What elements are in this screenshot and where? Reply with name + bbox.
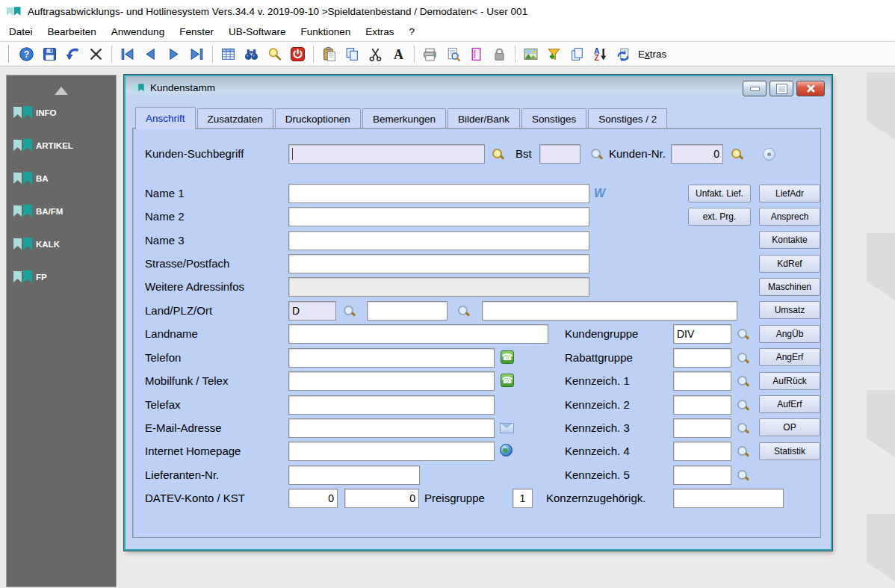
kennzeich5-search-icon[interactable] bbox=[737, 469, 749, 482]
angueb-button[interactable]: AngÜb bbox=[759, 325, 820, 343]
paste-icon[interactable] bbox=[320, 45, 338, 64]
auferf-button[interactable]: AufErf bbox=[759, 395, 820, 413]
kennzeich2-input[interactable] bbox=[673, 395, 731, 415]
tab-bilder-bank[interactable]: Bilder/Bank bbox=[448, 108, 520, 129]
sort-az-icon[interactable]: AZ bbox=[591, 45, 610, 64]
telefon-dial-icon[interactable] bbox=[501, 350, 514, 364]
kennzeich3-search-icon[interactable] bbox=[737, 422, 749, 435]
sidebar-item-kalk[interactable]: KALK bbox=[13, 238, 60, 250]
nav-next-icon[interactable] bbox=[164, 45, 183, 64]
close-button[interactable] bbox=[796, 81, 825, 96]
rabattgruppe-search-icon[interactable] bbox=[737, 352, 749, 365]
sidebar-item-ba[interactable]: BA bbox=[13, 172, 49, 185]
kundengruppe-search-icon[interactable] bbox=[737, 328, 749, 341]
kennzeich5-input[interactable] bbox=[673, 465, 731, 485]
telefon-input[interactable] bbox=[288, 348, 495, 368]
tab-druckoptionen[interactable]: Druckoptionen bbox=[275, 108, 361, 129]
find-icon[interactable] bbox=[242, 45, 261, 64]
minimize-button[interactable] bbox=[743, 81, 767, 96]
sidebar-item-info[interactable]: INFO bbox=[13, 106, 56, 119]
kennzeich4-search-icon[interactable] bbox=[737, 445, 749, 458]
copy-icon[interactable] bbox=[343, 45, 362, 64]
kennzeich2-search-icon[interactable] bbox=[737, 399, 749, 412]
undo-icon[interactable] bbox=[64, 45, 82, 64]
op-button[interactable]: OP bbox=[759, 418, 820, 436]
sidebar-item-artikel[interactable]: ARTIKEL bbox=[13, 139, 73, 152]
tab-zusatzdaten[interactable]: Zusatzdaten bbox=[197, 108, 273, 129]
sidebar-collapse-arrow-icon[interactable] bbox=[55, 87, 68, 95]
search-icon[interactable] bbox=[265, 45, 284, 64]
name2-input[interactable] bbox=[288, 207, 589, 226]
name1-input[interactable] bbox=[288, 184, 589, 203]
statistik-button[interactable]: Statistik bbox=[759, 442, 820, 460]
lieferanten-nr-input[interactable] bbox=[288, 465, 420, 485]
sidebar-item-ba-fm[interactable]: BA/FM bbox=[13, 205, 63, 217]
menu-item-funktionen[interactable]: Funktionen bbox=[293, 25, 358, 39]
kennzeich3-input[interactable] bbox=[673, 418, 731, 438]
telefax-input[interactable] bbox=[288, 395, 495, 415]
kennzeich1-search-icon[interactable] bbox=[737, 375, 749, 388]
rabattgruppe-input[interactable] bbox=[673, 348, 731, 368]
homepage-globe-icon[interactable] bbox=[500, 444, 512, 457]
plz-search-icon[interactable] bbox=[457, 305, 470, 318]
menu-item-datei[interactable]: Datei bbox=[1, 25, 40, 39]
maximize-button[interactable] bbox=[769, 81, 793, 96]
konzern-input[interactable] bbox=[673, 489, 784, 508]
kennzeich1-input[interactable] bbox=[673, 371, 731, 391]
grid-icon[interactable] bbox=[219, 45, 238, 64]
menu-item-ub-software[interactable]: UB-Software bbox=[221, 25, 294, 39]
help-icon[interactable]: ? bbox=[17, 45, 36, 64]
suchbegriff-search-icon[interactable] bbox=[492, 148, 504, 161]
print-preview-icon[interactable] bbox=[444, 45, 462, 64]
datev-kst-input[interactable] bbox=[344, 489, 419, 508]
menu-item-bearbeiten[interactable]: Bearbeiten bbox=[40, 25, 104, 39]
kunden-nr-search-icon[interactable] bbox=[731, 148, 743, 161]
nav-last-icon[interactable] bbox=[188, 45, 206, 64]
name3-input[interactable] bbox=[288, 231, 589, 250]
toolbar-extras-button[interactable]: Extras bbox=[638, 49, 666, 60]
sidebar-item-fp[interactable]: FP bbox=[13, 270, 47, 283]
window-titlebar[interactable]: Kundenstamm bbox=[126, 76, 831, 99]
aufrueck-button[interactable]: AufRück bbox=[759, 372, 820, 390]
maschinen-button[interactable]: Maschinen bbox=[759, 278, 820, 296]
delete-icon[interactable] bbox=[87, 45, 105, 64]
kdref-button[interactable]: KdRef bbox=[759, 255, 820, 273]
kunden-nr-input[interactable] bbox=[671, 144, 723, 164]
mobilfunk-input[interactable] bbox=[288, 371, 495, 391]
font-icon[interactable]: A bbox=[389, 45, 408, 64]
save-icon[interactable] bbox=[40, 45, 59, 64]
lock-icon[interactable] bbox=[490, 45, 509, 64]
menu-item-anwendung[interactable]: Anwendung bbox=[104, 25, 172, 39]
kunden-suchbegriff-input[interactable] bbox=[288, 144, 485, 164]
kontakte-button[interactable]: Kontakte bbox=[759, 231, 820, 249]
datev-konto-input[interactable] bbox=[288, 489, 338, 508]
plz-input[interactable] bbox=[367, 301, 448, 321]
email-envelope-icon[interactable] bbox=[500, 423, 514, 433]
filter-add-icon[interactable] bbox=[545, 45, 563, 64]
tab-sonstiges-2[interactable]: Sonstiges / 2 bbox=[588, 108, 667, 129]
menu-item-fenster[interactable]: Fenster bbox=[172, 25, 221, 39]
unfakt-lief-button[interactable]: Unfakt. Lief. bbox=[688, 185, 751, 202]
liefadr-button[interactable]: LiefAdr bbox=[759, 185, 820, 202]
refresh-pages-icon[interactable] bbox=[614, 45, 633, 64]
pages-icon[interactable] bbox=[568, 45, 586, 64]
landname-input[interactable] bbox=[288, 324, 548, 344]
nav-prev-icon[interactable] bbox=[141, 45, 160, 64]
ext-prg-button[interactable]: ext. Prg. bbox=[688, 208, 751, 226]
cut-icon[interactable] bbox=[366, 45, 385, 64]
page-layout-icon[interactable] bbox=[467, 45, 486, 64]
tab-anschrift[interactable]: Anschrift bbox=[135, 107, 196, 129]
land-input[interactable] bbox=[288, 301, 336, 321]
umsatz-button[interactable]: Umsatz bbox=[759, 301, 820, 319]
bst-search-icon[interactable] bbox=[590, 148, 603, 161]
image-icon[interactable] bbox=[521, 45, 540, 64]
nav-first-icon[interactable] bbox=[118, 45, 137, 64]
tab-sonstiges[interactable]: Sonstiges bbox=[521, 108, 586, 129]
menu-item-extras[interactable]: Extras bbox=[358, 25, 401, 39]
kunden-nr-target-icon[interactable] bbox=[763, 148, 775, 161]
exit-icon[interactable] bbox=[288, 45, 307, 64]
tab-bemerkungen[interactable]: Bemerkungen bbox=[362, 108, 446, 129]
preisgruppe-input[interactable] bbox=[512, 489, 533, 508]
print-icon[interactable] bbox=[421, 45, 439, 64]
strasse-input[interactable] bbox=[288, 254, 589, 273]
